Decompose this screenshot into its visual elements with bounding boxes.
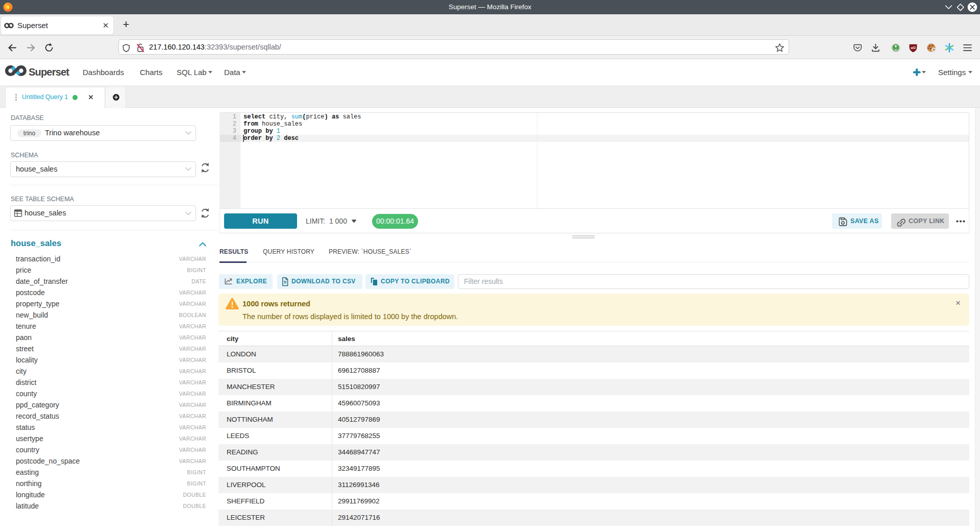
svg-text:uO: uO [911, 46, 916, 50]
